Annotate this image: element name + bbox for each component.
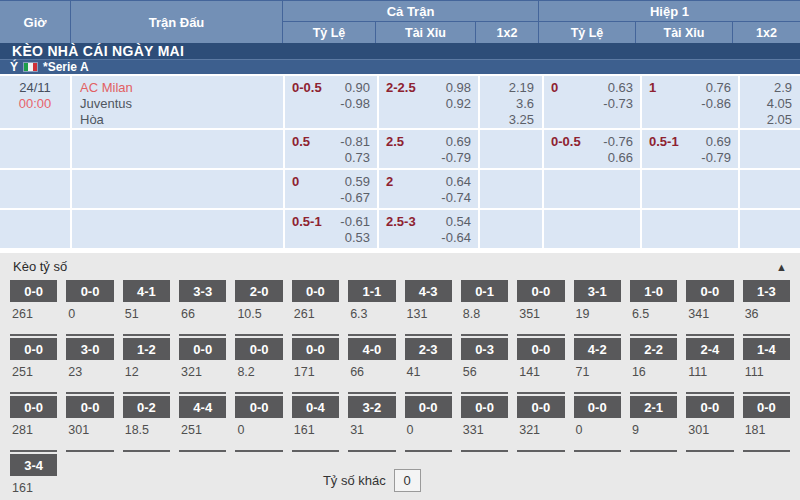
- score-option-button[interactable]: 3-0: [66, 338, 113, 360]
- score-option-button[interactable]: 0-1: [461, 280, 508, 302]
- ft-handicap-odd-value[interactable]: 0.53: [340, 230, 370, 246]
- ft-handicap-cell[interactable]: 0.5-1-0.610.53: [285, 210, 377, 248]
- score-option-button[interactable]: 0-0: [574, 396, 621, 418]
- score-option-button[interactable]: 3-1: [574, 280, 621, 302]
- ft-handicap-line[interactable]: 0: [292, 174, 299, 206]
- ft-overunder-cell[interactable]: 2-2.50.980.92: [379, 76, 478, 128]
- ft-1x2-odd-value[interactable]: 3.25: [480, 112, 534, 128]
- score-option-button[interactable]: 1-3: [743, 280, 790, 302]
- score-option-button[interactable]: 0-0: [179, 338, 226, 360]
- h1-overunder-odd-value[interactable]: -0.79: [701, 150, 731, 166]
- ft-overunder-line[interactable]: 2.5-3: [386, 214, 416, 246]
- ft-overunder-odd-value[interactable]: 0.54: [441, 214, 471, 230]
- score-option-button[interactable]: 0-3: [461, 338, 508, 360]
- h1-overunder-line[interactable]: 0.5-1: [649, 134, 679, 166]
- ft-overunder-line[interactable]: 2: [386, 174, 393, 206]
- ft-handicap-cell[interactable]: 0.5-0.810.73: [285, 130, 377, 168]
- ft-overunder-odd-value[interactable]: -0.64: [441, 230, 471, 246]
- h1-handicap-odd-value[interactable]: -0.73: [603, 96, 633, 112]
- h1-1x2-odd-value[interactable]: 2.9: [740, 80, 792, 96]
- ft-overunder-odd-value[interactable]: -0.74: [441, 190, 471, 206]
- score-option-button[interactable]: 0-0: [461, 396, 508, 418]
- score-option-button[interactable]: 2-0: [235, 280, 282, 302]
- ft-overunder-cell[interactable]: 2.5-30.54-0.64: [379, 210, 478, 248]
- ft-overunder-cell[interactable]: 20.64-0.74: [379, 170, 478, 208]
- score-option-button[interactable]: 0-0: [292, 338, 339, 360]
- other-score-input[interactable]: 0: [394, 469, 421, 492]
- score-option-button[interactable]: 0-0: [235, 338, 282, 360]
- h1-1x2-odd-value[interactable]: 4.05: [740, 96, 792, 112]
- ft-overunder-odd-value[interactable]: -0.79: [441, 150, 471, 166]
- score-option-button[interactable]: 2-1: [630, 396, 677, 418]
- ft-handicap-odd-value[interactable]: -0.61: [340, 214, 370, 230]
- h1-handicap-cell[interactable]: 00.63-0.73: [544, 76, 640, 128]
- ft-handicap-cell[interactable]: 00.59-0.67: [285, 170, 377, 208]
- score-option-button[interactable]: 2-3: [405, 338, 452, 360]
- score-option-button[interactable]: 0-0: [66, 280, 113, 302]
- score-option-button[interactable]: 1-2: [123, 338, 170, 360]
- h1-handicap-line[interactable]: 0: [551, 80, 558, 126]
- ft-handicap-line[interactable]: 0.5-1: [292, 214, 322, 246]
- ft-overunder-odd-value[interactable]: 0.92: [446, 96, 471, 112]
- h1-1x2-cell[interactable]: 2.94.052.05: [740, 76, 800, 128]
- ft-1x2-odd-value[interactable]: 2.19: [480, 80, 534, 96]
- h1-handicap-odd-value[interactable]: -0.76: [603, 134, 633, 150]
- ft-1x2-cell[interactable]: 2.193.63.25: [480, 76, 542, 128]
- ft-overunder-odd-value[interactable]: 0.64: [441, 174, 471, 190]
- ft-overunder-odd-value[interactable]: 0.98: [446, 80, 471, 96]
- h1-handicap-odd-value[interactable]: 0.63: [603, 80, 633, 96]
- score-option-button[interactable]: 3-4: [10, 454, 57, 476]
- ft-handicap-odd-value[interactable]: -0.67: [340, 190, 370, 206]
- score-option-button[interactable]: 2-4: [686, 338, 733, 360]
- score-option-button[interactable]: 1-4: [743, 338, 790, 360]
- h1-handicap-cell[interactable]: 0-0.5-0.760.66: [544, 130, 640, 168]
- ft-handicap-odd-value[interactable]: 0.73: [340, 150, 370, 166]
- score-option-button[interactable]: 4-0: [348, 338, 395, 360]
- h1-1x2-odd-value[interactable]: 2.05: [740, 112, 792, 128]
- score-option-button[interactable]: 0-4: [292, 396, 339, 418]
- ft-handicap-cell[interactable]: 0-0.50.90-0.98: [285, 76, 377, 128]
- score-option-button[interactable]: 1-1: [348, 280, 395, 302]
- ft-handicap-odd-value[interactable]: 0.59: [340, 174, 370, 190]
- h1-overunder-cell[interactable]: 0.5-10.69-0.79: [642, 130, 738, 168]
- h1-handicap-line[interactable]: 0-0.5: [551, 134, 581, 166]
- ft-overunder-line[interactable]: 2.5: [386, 134, 404, 166]
- score-option-button[interactable]: 4-2: [574, 338, 621, 360]
- score-option-button[interactable]: 2-2: [630, 338, 677, 360]
- ft-handicap-line[interactable]: 0.5: [292, 134, 310, 166]
- score-option-button[interactable]: 4-4: [179, 396, 226, 418]
- score-option-button[interactable]: 0-0: [743, 396, 790, 418]
- score-option-button[interactable]: 0-2: [123, 396, 170, 418]
- score-option-button[interactable]: 4-1: [123, 280, 170, 302]
- ft-handicap-line[interactable]: 0-0.5: [292, 80, 322, 126]
- score-option-button[interactable]: 0-0: [10, 396, 57, 418]
- score-option-button[interactable]: 0-0: [235, 396, 282, 418]
- score-option-button[interactable]: 0-0: [405, 396, 452, 418]
- ft-overunder-cell[interactable]: 2.50.69-0.79: [379, 130, 478, 168]
- h1-overunder-cell[interactable]: 10.76-0.86: [642, 76, 738, 128]
- h1-overunder-odd-value[interactable]: -0.86: [701, 96, 731, 112]
- ft-overunder-odd-value[interactable]: 0.69: [441, 134, 471, 150]
- h1-overunder-line[interactable]: 1: [649, 80, 656, 126]
- score-option-button[interactable]: 0-0: [517, 396, 564, 418]
- score-option-button[interactable]: 1-0: [630, 280, 677, 302]
- score-option-button[interactable]: 0-0: [10, 338, 57, 360]
- score-option-button[interactable]: 0-0: [517, 280, 564, 302]
- h1-handicap-odd-value[interactable]: 0.66: [603, 150, 633, 166]
- h1-overunder-odd-value[interactable]: 0.76: [701, 80, 731, 96]
- score-option-button[interactable]: 4-3: [405, 280, 452, 302]
- score-option-button[interactable]: 0-0: [10, 280, 57, 302]
- score-option-button[interactable]: 3-3: [179, 280, 226, 302]
- score-option-button[interactable]: 3-2: [348, 396, 395, 418]
- ft-handicap-odd-value[interactable]: 0.90: [340, 80, 370, 96]
- score-option-button[interactable]: 0-0: [292, 280, 339, 302]
- score-option-button[interactable]: 0-0: [686, 280, 733, 302]
- h1-overunder-odd-value[interactable]: 0.69: [701, 134, 731, 150]
- score-option-button[interactable]: 0-0: [66, 396, 113, 418]
- ft-overunder-line[interactable]: 2-2.5: [386, 80, 416, 126]
- ft-1x2-odd-value[interactable]: 3.6: [480, 96, 534, 112]
- ft-handicap-odd-value[interactable]: -0.81: [340, 134, 370, 150]
- score-option-button[interactable]: 0-0: [686, 396, 733, 418]
- score-option-button[interactable]: 0-0: [517, 338, 564, 360]
- collapse-arrow-icon[interactable]: ▲: [776, 261, 787, 273]
